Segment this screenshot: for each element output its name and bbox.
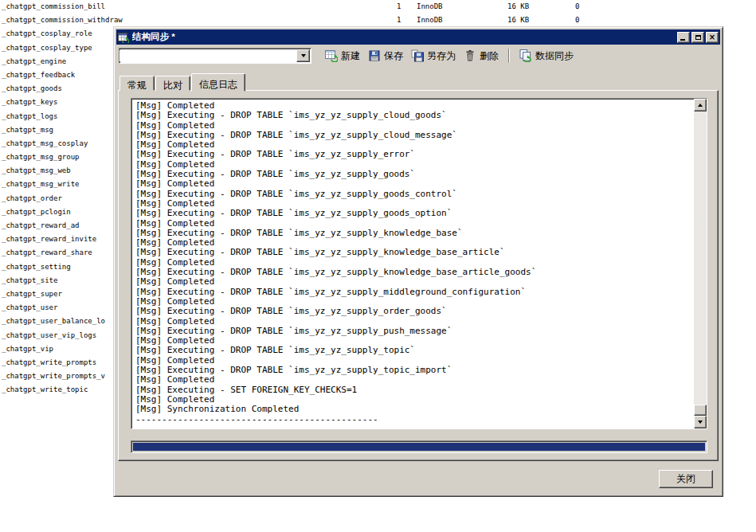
table-name: _chatgpt_keys [2,98,57,106]
table-name: _chatgpt_msg_write [2,180,80,188]
log-line: [Msg] Executing - DROP TABLE `ims_yz_yz_… [135,366,692,375]
table-name: _chatgpt_write_topic [2,385,88,393]
table-name: _chatgpt_feedback [2,71,75,79]
save-as-icon [411,49,424,62]
minimize-icon [680,39,685,41]
log-line: [Msg] Executing - DROP TABLE `ims_yz_yz_… [135,190,692,199]
log-line: [Msg] Executing - DROP TABLE `ims_yz_yz_… [135,346,692,355]
dialog-toolbar: 新建 保存 另存为 [119,46,719,65]
table-list-item[interactable]: _chatgpt_commission_bill1InnoDB16 KB0 [2,0,756,14]
close-icon: × [709,33,715,41]
save-button[interactable]: 保存 [364,47,407,65]
log-line: [Msg] Completed [135,219,692,229]
maximize-icon [695,35,701,40]
progress-fill [133,443,705,451]
log-line: [Msg] Executing - SET FOREIGN_KEY_CHECKS… [135,385,692,395]
log-line: [Msg] Completed [135,277,692,287]
log-line: [Msg] Executing - DROP TABLE `ims_yz_yz_… [135,131,692,140]
log-line: [Msg] Completed [135,317,692,327]
data-sync-icon [519,49,532,62]
table-detail-cell: 16 KB [507,16,529,24]
log-text[interactable]: [Msg] Completed[Msg] Executing - DROP TA… [131,99,694,428]
table-name: _chatgpt_setting [2,263,71,271]
log-line: [Msg] Synchronization Completed [135,405,692,414]
log-line: [Msg] Executing - DROP TABLE `ims_yz_yz_… [135,307,692,316]
data-sync-button[interactable]: 数据同步 [515,47,578,65]
table-name: _chatgpt_write_prompts_v [2,372,105,380]
close-window-button[interactable]: × [706,32,719,43]
table-name: _chatgpt_commission_bill [2,2,105,10]
table-name: _chatgpt_commission_withdraw [2,16,123,24]
table-detail-cell: InnoDB [417,2,443,10]
profile-combobox-input[interactable] [119,50,296,61]
table-name: _chatgpt_reward_ad [2,221,80,229]
delete-icon [464,49,476,62]
table-name: _chatgpt_super [2,290,62,298]
new-profile-button[interactable]: 新建 [321,47,364,65]
chevron-down-icon [301,54,306,57]
tab-compare[interactable]: 比对 [155,76,190,91]
log-box: [Msg] Completed[Msg] Executing - DROP TA… [131,98,707,429]
table-name: _chatgpt_msg_cosplay [2,139,88,147]
log-line: [Msg] Executing - DROP TABLE `ims_yz_yz_… [135,150,692,159]
log-line: [Msg] Completed [135,375,692,385]
table-name: _chatgpt_vip [2,345,53,353]
scroll-up-button[interactable] [694,99,707,111]
tab-general[interactable]: 常规 [119,76,155,91]
table-name: _chatgpt_user_balance_lo [2,317,105,325]
close-button[interactable]: 关闭 [659,470,713,488]
table-name: _chatgpt_write_prompts [2,358,96,366]
log-line: [Msg] Executing - DROP TABLE `ims_yz_yz_… [135,209,692,218]
save-label: 保存 [384,49,403,63]
log-line: [Msg] Executing - DROP TABLE `ims_yz_yz_… [135,229,692,238]
structure-sync-dialog: 结构同步 * × 新建 [113,26,723,497]
save-icon [368,49,381,62]
table-detail-cell: 16 KB [507,2,529,10]
close-button-label: 关闭 [676,472,695,486]
table-name: _chatgpt_site [2,276,57,284]
log-line: [Msg] Executing - DROP TABLE `ims_yz_yz_… [135,170,692,179]
table-detail-cell: 1 [397,2,401,10]
scrollbar-thumb[interactable] [694,405,707,416]
table-name: _chatgpt_cosplay_role [2,29,92,37]
tab-message-log[interactable]: 信息日志 [191,73,245,92]
scroll-down-button[interactable] [694,416,707,428]
maximize-button[interactable] [691,32,704,43]
scroll-down-icon [698,421,703,424]
table-name: _chatgpt_msg [2,126,53,134]
log-line: [Msg] Executing - DROP TABLE `ims_yz_yz_… [135,111,692,120]
log-line: ----------------------------------------… [135,415,692,424]
table-name: _chatgpt_cosplay_type [2,44,92,52]
table-name: _chatgpt_reward_share [2,248,92,256]
toolbar-separator [508,49,510,63]
table-detail-cell: 0 [575,2,579,10]
log-line: [Msg] Executing - DROP TABLE `ims_yz_yz_… [135,288,692,297]
log-scrollbar[interactable] [694,99,707,428]
table-name: _chatgpt_engine [2,57,66,65]
progress-bar [131,440,707,453]
profile-combobox[interactable] [119,48,311,64]
save-as-label: 另存为 [427,49,456,63]
table-name: _chatgpt_order [2,194,62,202]
table-name: _chatgpt_logs [2,112,57,120]
table-name: _chatgpt_reward_invite [2,235,96,243]
combobox-dropdown-button[interactable] [296,49,310,62]
dialog-titlebar[interactable]: 结构同步 * × [116,29,720,45]
table-detail-cell: 0 [575,16,579,24]
structure-sync-icon [118,32,129,43]
message-log-panel: [Msg] Completed[Msg] Executing - DROP TA… [118,90,719,461]
table-name: _chatgpt_goods [2,84,62,92]
table-detail-cell: InnoDB [417,16,443,24]
tab-strip: 常规 比对 信息日志 [119,72,246,91]
log-line: [Msg] Executing - DROP TABLE `ims_yz_yz_… [135,248,692,257]
table-name: _chatgpt_user [2,303,57,311]
table-name: _chatgpt_msg_group [2,153,80,161]
delete-label: 删除 [480,49,499,63]
new-profile-label: 新建 [341,49,360,63]
save-as-button[interactable]: 另存为 [407,47,460,65]
table-list-item[interactable]: _chatgpt_commission_withdraw1InnoDB16 KB… [2,14,756,27]
log-line: [Msg] Executing - DROP TABLE `ims_yz_yz_… [135,268,692,277]
delete-button[interactable]: 删除 [460,47,503,65]
minimize-button[interactable] [677,32,690,43]
table-name: _chatgpt_msg_web [2,166,71,174]
